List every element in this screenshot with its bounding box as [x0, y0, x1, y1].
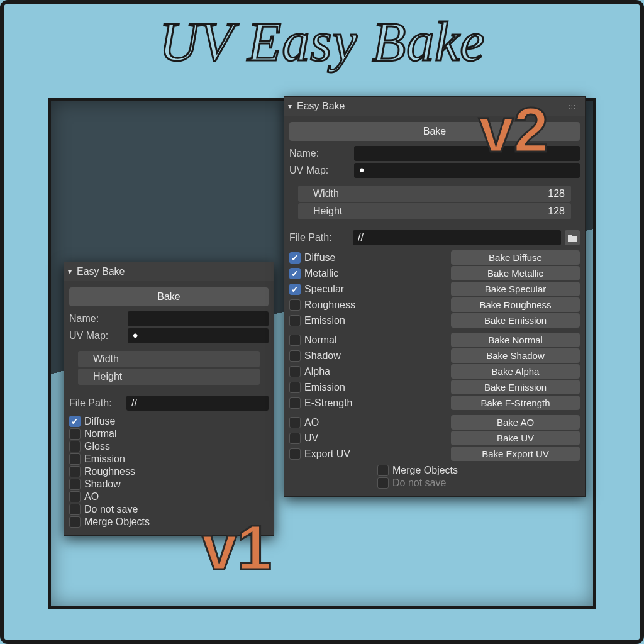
height-value: 128: [548, 206, 565, 217]
bake-action-button[interactable]: Bake Roughness: [451, 297, 580, 312]
bake-action-button[interactable]: Bake Emission: [451, 380, 580, 394]
bake-action-button[interactable]: Bake Metallic: [451, 266, 580, 280]
width-field-v1[interactable]: Width: [78, 351, 260, 367]
checkbox-label: Do not save: [392, 477, 446, 489]
width-value: 128: [548, 188, 565, 199]
checkbox-row: Shadow: [69, 479, 269, 490]
checkbox-row: Gloss: [69, 441, 269, 452]
checkbox-row: AO Bake AO: [289, 415, 580, 430]
checkbox[interactable]: [289, 448, 301, 460]
checkbox[interactable]: [69, 466, 80, 477]
checkbox[interactable]: [289, 397, 301, 409]
page-title: UV Easy Bake: [4, 4, 640, 74]
checkbox[interactable]: [69, 441, 80, 452]
checkbox-row: UV Bake UV: [289, 431, 580, 445]
checkbox[interactable]: [377, 477, 389, 489]
bake-button-v2[interactable]: Bake: [289, 122, 580, 141]
checkbox-label: UV: [304, 433, 318, 444]
checkbox-row: Normal Bake Normal: [289, 333, 580, 347]
checkbox[interactable]: [289, 315, 301, 326]
checkbox[interactable]: [69, 453, 80, 465]
bake-action-button[interactable]: Bake Diffuse: [451, 250, 580, 265]
uvmap-field-v2[interactable]: •: [354, 163, 580, 178]
bake-action-button[interactable]: Bake Specular: [451, 282, 580, 296]
checkbox[interactable]: [289, 252, 301, 264]
checkbox-label: Normal: [304, 335, 337, 346]
checkbox-row: AO: [69, 491, 269, 502]
width-field-v2[interactable]: Width 128: [298, 186, 571, 202]
bake-action-button[interactable]: Bake E-Strength: [451, 396, 580, 410]
filepath-field-v1[interactable]: //: [126, 396, 269, 411]
checkbox-label: Shadow: [304, 350, 341, 362]
bake-action-button[interactable]: Bake Emission: [451, 313, 580, 328]
checkbox[interactable]: [289, 350, 301, 362]
checkbox-row: Alpha Bake Alpha: [289, 364, 580, 379]
checkbox[interactable]: [69, 416, 80, 427]
height-field-v2[interactable]: Height 128: [298, 203, 571, 219]
checkbox-label: Alpha: [304, 366, 330, 377]
checkbox[interactable]: [289, 284, 301, 295]
checkbox-label: Metallic: [304, 268, 338, 279]
checkbox-label: Roughness: [84, 466, 135, 477]
checkbox[interactable]: [289, 382, 301, 393]
checkbox-row: Do not save: [69, 504, 269, 515]
checkbox-row: Diffuse: [69, 416, 269, 427]
bake-action-button[interactable]: Bake Normal: [451, 333, 580, 347]
checkbox[interactable]: [289, 366, 301, 377]
checkbox-row: Merge Objects: [69, 516, 269, 528]
bake-action-button[interactable]: Bake AO: [451, 415, 580, 430]
bake-action-button[interactable]: Bake Shadow: [451, 348, 580, 363]
checkbox-row: E-Strength Bake E-Strength: [289, 396, 580, 410]
checkbox-label: Do not save: [84, 504, 138, 515]
uvmap-label: UV Map:: [69, 330, 123, 341]
checkbox[interactable]: [289, 335, 301, 346]
checkbox-label: Specular: [304, 284, 344, 295]
checkbox[interactable]: [69, 504, 80, 515]
checkbox-row: Diffuse Bake Diffuse: [289, 250, 580, 265]
bake-action-button[interactable]: Bake Alpha: [451, 364, 580, 379]
checkbox-row: Emission Bake Emission: [289, 313, 580, 328]
checkbox-row: Emission Bake Emission: [289, 380, 580, 394]
checkbox[interactable]: [69, 491, 80, 502]
checkbox-label: Export UV: [304, 448, 350, 460]
name-field-v1[interactable]: [128, 311, 269, 326]
panel-v1: ▾ Easy Bake Bake Name: UV Map: • Width H…: [64, 262, 274, 536]
bake-button-v1[interactable]: Bake: [69, 287, 269, 306]
drag-handle-icon[interactable]: ::::: [569, 103, 579, 110]
filepath-label: File Path:: [289, 232, 349, 243]
uvmap-field-v1[interactable]: •: [128, 328, 269, 343]
checkbox-label: Roughness: [304, 299, 355, 311]
bake-action-button[interactable]: Bake UV: [451, 431, 580, 445]
checkbox-label: Diffuse: [84, 416, 116, 427]
panel-header-v2[interactable]: ▾ Easy Bake ::::: [284, 97, 585, 116]
checkbox[interactable]: [289, 417, 301, 428]
checkbox-label: AO: [84, 491, 99, 502]
checkbox[interactable]: [289, 299, 301, 311]
panel-v2: ▾ Easy Bake :::: Bake Name: UV Map: • Wi…: [284, 96, 586, 497]
checkbox-label: Merge Objects: [84, 516, 150, 528]
comparison-frame: ▾ Easy Bake Bake Name: UV Map: • Width H…: [48, 98, 596, 609]
checkbox-row: Normal: [69, 428, 269, 440]
name-field-v2[interactable]: [354, 146, 580, 161]
checkbox-label: Emission: [304, 382, 345, 393]
checkbox[interactable]: [289, 268, 301, 279]
chevron-down-icon: ▾: [68, 267, 72, 276]
checkbox-row: Export UV Bake Export UV: [289, 447, 580, 461]
checkbox[interactable]: [69, 428, 80, 440]
filepath-field-v2[interactable]: //: [353, 230, 561, 245]
checkbox[interactable]: [377, 465, 389, 476]
checkbox-label: Normal: [84, 428, 117, 440]
folder-icon[interactable]: [565, 230, 580, 245]
panel-title-v2: Easy Bake: [297, 101, 345, 112]
panel-header-v1[interactable]: ▾ Easy Bake: [64, 262, 274, 281]
chevron-down-icon: ▾: [288, 102, 292, 111]
checkbox-row: Do not save: [377, 477, 580, 489]
checkbox[interactable]: [69, 479, 80, 490]
height-field-v1[interactable]: Height: [78, 369, 260, 385]
bake-action-button[interactable]: Bake Export UV: [451, 447, 580, 461]
checkbox[interactable]: [69, 516, 80, 528]
checkbox-label: Merge Objects: [392, 465, 458, 476]
checkbox[interactable]: [289, 433, 301, 444]
checkbox-row: Specular Bake Specular: [289, 282, 580, 296]
checkbox-row: Shadow Bake Shadow: [289, 348, 580, 363]
